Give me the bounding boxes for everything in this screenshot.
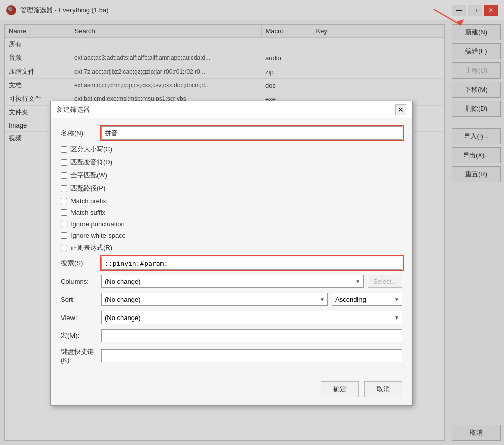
select-button[interactable]: Select... <box>368 275 402 288</box>
shortcut-row: 键盘快捷键(K): <box>61 347 402 364</box>
dialog-close-button[interactable]: ✕ <box>395 104 406 115</box>
shortcut-input[interactable] <box>101 349 402 362</box>
checkbox-5[interactable] <box>61 209 67 216</box>
checkbox-row: Ignore white-space <box>61 232 402 239</box>
main-window: 🔍 管理筛选器 - Everything (1.5a) — □ ✕ Name S… <box>0 0 504 445</box>
checkbox-row: 匹配路径(P) <box>61 184 402 193</box>
view-select[interactable]: (No change) <box>101 311 402 324</box>
name-label: 名称(N): <box>61 129 101 138</box>
checkboxes-container: 区分大小写(C) 匹配变音符(D) 全字匹配(W) 匹配路径(P) Match … <box>61 145 402 252</box>
checkbox-7[interactable] <box>61 232 67 239</box>
checkbox-4[interactable] <box>61 198 67 204</box>
new-filter-dialog: 新建筛选器 ✕ 名称(N): 区分大小写(C) 匹配变音符(D) 全字匹配(W)… <box>50 101 413 406</box>
view-select-wrap: (No change) ▼ <box>101 311 402 324</box>
checkbox-0[interactable] <box>61 146 67 153</box>
checkbox-8[interactable] <box>61 245 67 251</box>
columns-select-wrap: (No change) ▼ <box>101 275 364 288</box>
columns-row: Columns: (No change) ▼ Select... <box>61 275 402 288</box>
dialog-title-bar: 新建筛选器 ✕ <box>51 101 412 118</box>
macro-input[interactable] <box>101 329 402 342</box>
view-row: View: (No change) ▼ <box>61 311 402 324</box>
checkbox-label-4[interactable]: Match prefix <box>70 197 106 205</box>
name-row: 名称(N): <box>61 126 402 140</box>
name-input[interactable] <box>101 126 402 140</box>
checkbox-row: Match prefix <box>61 197 402 205</box>
checkbox-label-2[interactable]: 全字匹配(W) <box>70 171 107 180</box>
checkbox-label-3[interactable]: 匹配路径(P) <box>70 184 105 193</box>
dialog-footer: 确定 取消 <box>51 379 412 405</box>
checkbox-label-1[interactable]: 匹配变音符(D) <box>70 158 112 167</box>
search-input[interactable] <box>101 257 402 270</box>
shortcut-label: 键盘快捷键(K): <box>61 347 101 364</box>
checkbox-label-7[interactable]: Ignore white-space <box>70 232 126 239</box>
ascending-select-wrap: Ascending Descending ▼ <box>332 293 402 306</box>
checkbox-6[interactable] <box>61 221 67 227</box>
search-row: 搜索(S): <box>61 257 402 270</box>
dialog-cancel-button[interactable]: 取消 <box>364 381 402 397</box>
columns-label: Columns: <box>61 278 101 285</box>
checkbox-row: 正则表达式(R) <box>61 243 402 252</box>
checkbox-row: 区分大小写(C) <box>61 145 402 154</box>
macro-row: 宏(M): <box>61 329 402 342</box>
dialog-body: 名称(N): 区分大小写(C) 匹配变音符(D) 全字匹配(W) 匹配路径(P)… <box>51 118 412 379</box>
checkbox-label-8[interactable]: 正则表达式(R) <box>70 243 112 252</box>
sort-row: Sort: (No change) ▼ Ascending Descending… <box>61 293 402 306</box>
checkbox-label-5[interactable]: Match suffix <box>70 209 105 216</box>
view-label: View: <box>61 314 101 322</box>
checkbox-row: 匹配变音符(D) <box>61 158 402 167</box>
ascending-select[interactable]: Ascending Descending <box>332 293 402 306</box>
checkbox-3[interactable] <box>61 185 67 192</box>
checkbox-2[interactable] <box>61 172 67 179</box>
checkbox-row: Match suffix <box>61 209 402 216</box>
ok-button[interactable]: 确定 <box>321 381 359 397</box>
checkbox-1[interactable] <box>61 159 67 166</box>
sort-select-wrap: (No change) ▼ <box>101 293 328 306</box>
checkbox-row: 全字匹配(W) <box>61 171 402 180</box>
macro-label: 宏(M): <box>61 331 101 340</box>
columns-select[interactable]: (No change) <box>101 275 364 288</box>
checkbox-label-0[interactable]: 区分大小写(C) <box>70 145 112 154</box>
sort-label: Sort: <box>61 296 101 303</box>
checkbox-label-6[interactable]: Ignore punctuation <box>70 220 125 228</box>
dialog-title: 新建筛选器 <box>57 105 90 114</box>
sort-select[interactable]: (No change) <box>101 293 328 306</box>
checkbox-row: Ignore punctuation <box>61 220 402 228</box>
search-label: 搜索(S): <box>61 259 101 268</box>
